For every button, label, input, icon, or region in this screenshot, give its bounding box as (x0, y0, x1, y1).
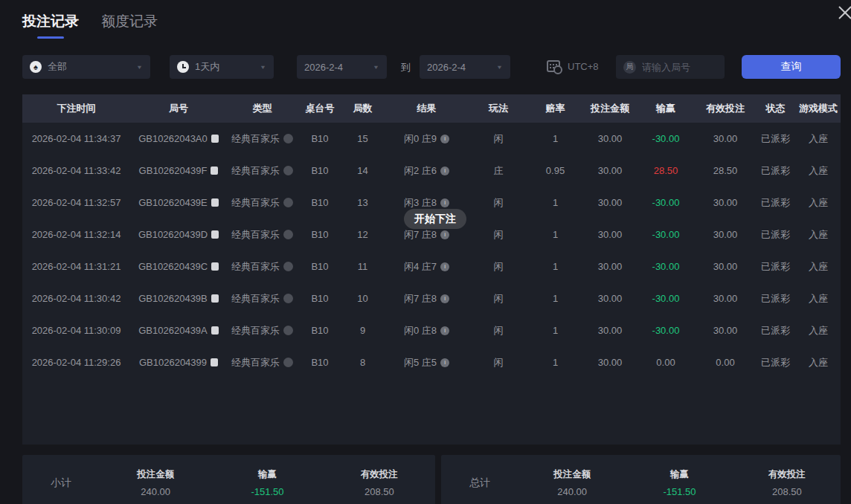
copy-icon[interactable] (211, 262, 219, 271)
column-header: 下注时间 (22, 102, 130, 115)
cell-odds: 1 (527, 261, 584, 272)
cell-win-loss: 28.50 (636, 165, 696, 176)
cell-game-type-text: 经典百家乐 (231, 164, 280, 178)
table-row: 2026-02-04 11:34:37GB10262043A0经典百家乐B101… (22, 123, 841, 155)
cell-play-text: 闲 (494, 228, 504, 242)
total-label: 总计 (441, 468, 518, 504)
info-icon[interactable]: i (440, 358, 449, 367)
cell-status-text: 已派彩 (761, 356, 790, 369)
cell-result: 闲7 庄8i (383, 292, 470, 306)
cell-game-type: 经典百家乐 (227, 228, 298, 242)
copy-icon[interactable] (211, 198, 219, 207)
cell-table-no: B10 (298, 197, 342, 208)
cell-table-no: B10 (298, 133, 342, 144)
cell-result-text: 闲4 庄7 (404, 260, 437, 274)
copy-icon[interactable] (211, 326, 219, 335)
cell-round-no: 9 (342, 325, 383, 336)
cell-round-id-text: GB102620439B (138, 293, 208, 304)
cell-bet-time-text: 2026-02-04 11:29:26 (32, 357, 121, 368)
cell-play: 闲 (470, 260, 527, 274)
cell-bet-amount-text: 30.00 (598, 357, 623, 368)
copy-icon[interactable] (211, 230, 219, 239)
summary-col-label: 有效投注 (324, 468, 435, 481)
time-range-dropdown[interactable]: 1天内 ▼ (170, 55, 274, 79)
cell-table-no-text: B10 (311, 357, 328, 368)
cell-bet-time-text: 2026-02-04 11:30:09 (32, 325, 121, 336)
cell-round-id-text: GB102620439A (138, 325, 208, 336)
close-icon[interactable] (834, 1, 851, 24)
table-row: 2026-02-04 11:29:26GB1026204399经典百家乐B108… (22, 346, 841, 378)
cell-result: 闲4 庄7i (383, 260, 470, 274)
date-from-dropdown[interactable]: 2026-2-4 ▼ (297, 55, 387, 79)
column-header: 有效投注 (696, 102, 755, 115)
cell-status: 已派彩 (755, 132, 796, 146)
column-header: 结果 (383, 102, 470, 115)
cell-bet-amount: 30.00 (584, 165, 636, 176)
cell-game-mode: 入座 (796, 164, 841, 178)
cell-game-mode-text: 入座 (809, 228, 828, 242)
column-header: 桌台号 (298, 102, 342, 115)
cell-status-text: 已派彩 (761, 228, 790, 242)
round-number-icon: 局 (623, 61, 636, 74)
cell-valid-bet-text: 30.00 (713, 325, 738, 336)
copy-icon[interactable] (211, 294, 219, 303)
cell-bet-time: 2026-02-04 11:34:37 (22, 133, 130, 144)
copy-icon[interactable] (211, 167, 218, 175)
cell-status: 已派彩 (755, 164, 796, 178)
info-icon[interactable]: i (440, 326, 449, 335)
cell-play-text: 闲 (494, 260, 504, 274)
cell-table-no-text: B10 (311, 133, 328, 144)
subtotal-panel: 小计 投注金额 240.00 输赢 -151.50 有效投注 208.50 (22, 455, 435, 504)
cell-game-mode-text: 入座 (809, 196, 828, 210)
cell-win-loss-text: -30.00 (652, 133, 680, 144)
timezone-label: UTC+8 (568, 61, 599, 72)
cell-odds-text: 1 (553, 357, 558, 368)
cell-bet-amount: 30.00 (584, 293, 636, 304)
info-icon[interactable]: i (440, 198, 449, 207)
cell-game-type: 经典百家乐 (227, 132, 298, 146)
cell-round-no: 8 (342, 357, 383, 368)
summary-col-label: 输赢 (211, 468, 323, 481)
game-type-dropdown[interactable]: ♠ 全部 ▼ (22, 55, 150, 79)
round-search-field[interactable]: 局 (616, 55, 725, 79)
cell-round-no-text: 8 (360, 357, 365, 368)
summary-col-value: 240.00 (518, 486, 626, 497)
game-type-icon (283, 134, 293, 143)
copy-icon[interactable] (211, 135, 219, 143)
cell-play-text: 闲 (494, 132, 504, 146)
cell-result: 闲5 庄5i (383, 356, 470, 369)
cell-win-loss: -30.00 (636, 325, 696, 336)
cell-valid-bet: 30.00 (696, 293, 755, 304)
column-header: 玩法 (470, 102, 527, 115)
copy-icon[interactable] (211, 358, 218, 366)
column-header: 状态 (755, 102, 796, 115)
column-header: 局数 (342, 102, 383, 115)
cell-bet-amount-text: 30.00 (598, 197, 623, 208)
cell-play-text: 庄 (494, 164, 504, 178)
cell-status-text: 已派彩 (761, 164, 790, 178)
cell-game-mode-text: 入座 (809, 324, 828, 337)
tab-quota-records[interactable]: 额度记录 (101, 12, 158, 39)
query-button[interactable]: 查询 (742, 55, 841, 79)
summary-col-value: -151.50 (626, 486, 733, 497)
round-search-input[interactable] (642, 62, 717, 73)
cell-round-id-text: GB1026204399 (139, 357, 207, 368)
cell-game-type-text: 经典百家乐 (231, 292, 280, 306)
date-to-dropdown[interactable]: 2026-2-4 ▼ (420, 55, 510, 79)
info-icon[interactable]: i (440, 135, 449, 143)
cell-bet-amount: 30.00 (584, 325, 636, 336)
cell-status-text: 已派彩 (761, 324, 790, 337)
summary-col-label: 输赢 (626, 468, 733, 481)
column-header: 类型 (227, 102, 298, 115)
info-icon[interactable]: i (440, 262, 449, 271)
subtotal-valid-bet: 有效投注 208.50 (324, 468, 435, 504)
cell-win-loss: -30.00 (636, 229, 696, 240)
info-icon[interactable]: i (440, 294, 449, 303)
cell-game-type-text: 经典百家乐 (231, 324, 280, 337)
cell-status-text: 已派彩 (761, 132, 790, 146)
info-icon[interactable]: i (440, 167, 449, 175)
info-icon[interactable]: i (440, 230, 449, 239)
tab-betting-records[interactable]: 投注记录 (22, 12, 79, 39)
calendar-clock-icon (547, 60, 560, 72)
cell-valid-bet: 30.00 (696, 197, 755, 208)
